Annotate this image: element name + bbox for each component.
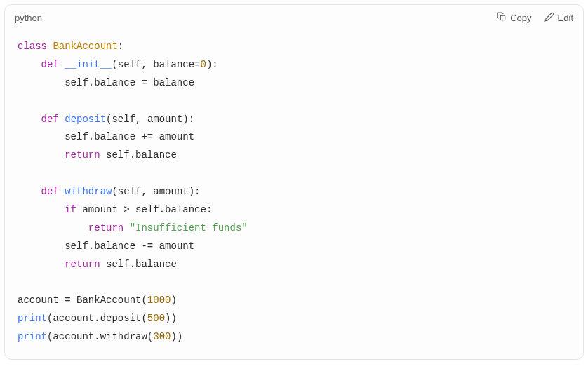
language-label: python: [15, 13, 42, 23]
copy-label: Copy: [510, 13, 531, 23]
edit-label: Edit: [558, 13, 573, 23]
code-content[interactable]: class BankAccount: def __init__(self, ba…: [5, 29, 583, 359]
svg-rect-0: [500, 15, 505, 20]
edit-button[interactable]: Edit: [544, 12, 573, 24]
edit-icon: [544, 12, 554, 24]
code-header: python Copy Edit: [5, 5, 583, 29]
header-actions: Copy Edit: [497, 12, 573, 24]
copy-icon: [497, 12, 507, 24]
copy-button[interactable]: Copy: [497, 12, 531, 24]
code-block: python Copy Edit class: [4, 4, 584, 360]
